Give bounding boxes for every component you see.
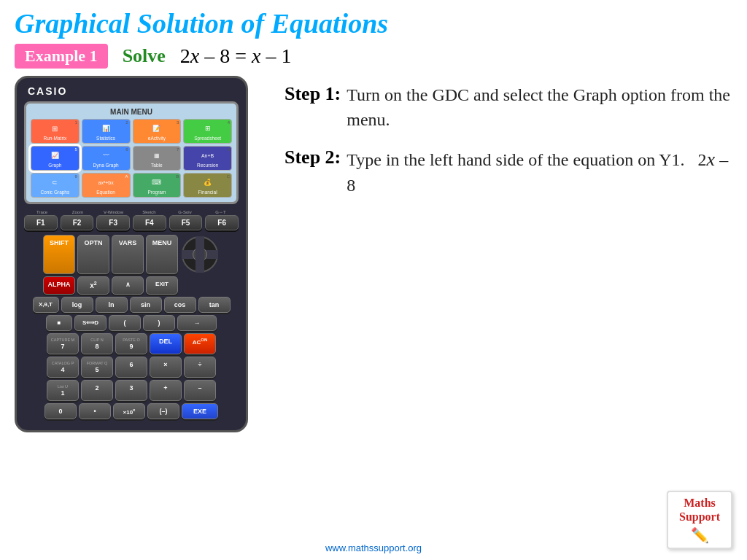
menu-conic[interactable]: 9 ⊂ Conic Graphs — [31, 173, 80, 198]
rparen-key[interactable]: ) — [143, 315, 175, 331]
optn-key[interactable]: OPTN — [77, 235, 109, 274]
menu-dynagraph[interactable]: 6 〰 Dyna Graph — [82, 146, 131, 171]
calc-screen: MAIN MENU 1 ⊞ Run-Matrix 2 📊 Statistics — [24, 101, 239, 204]
menu-grid: 1 ⊞ Run-Matrix 2 📊 Statistics 3 📝 — [31, 119, 232, 198]
menu-program[interactable]: B ⌨ Program — [133, 173, 182, 198]
equation: 2x – 8 = x – 1 — [180, 44, 292, 68]
shift-key[interactable]: SHIFT — [43, 235, 75, 274]
badge-text: Maths Support — [679, 496, 720, 524]
fkey-label-gt: G↔T — [203, 210, 239, 214]
minus-key[interactable]: – — [184, 380, 216, 401]
f6-key[interactable]: F6 — [205, 215, 239, 230]
alpha-key[interactable]: ALPHA — [43, 276, 75, 294]
fkey-label-zoom: Zoom — [60, 210, 96, 214]
del-key[interactable]: DEL — [150, 333, 182, 354]
dpad-center — [193, 247, 207, 262]
calculator-container: CASIO MAIN MENU 1 ⊞ Run-Matrix 2 📊 — [15, 76, 263, 432]
step-2-text: Type in the left hand side of the equati… — [347, 147, 732, 198]
dpad[interactable] — [182, 236, 218, 273]
menu-graph[interactable]: 5 📈 Graph — [31, 146, 80, 171]
f3-key[interactable]: F3 — [96, 215, 130, 230]
divide-key[interactable]: ÷ — [184, 357, 216, 378]
menu-key[interactable]: MENU — [146, 235, 178, 274]
sd-key[interactable]: S⟺D — [74, 315, 107, 331]
key-1[interactable]: List U1 — [47, 380, 79, 401]
step-1-label: Step 1: — [285, 83, 341, 105]
dpad-container — [180, 235, 220, 274]
menu-run-matrix[interactable]: 1 ⊞ Run-Matrix — [31, 119, 80, 144]
square-key[interactable]: ■ — [46, 315, 72, 331]
menu-spreadsheet[interactable]: 4 ⊞ Spreadsheet — [183, 119, 232, 144]
row-misc: ■ S⟺D ( ) → — [24, 315, 239, 331]
example-badge: Example 1 — [15, 44, 108, 69]
footer-url[interactable]: www.mathssupport.org — [325, 542, 422, 553]
fkey-label-sketch: Sketch — [131, 210, 167, 214]
exp-key[interactable]: ×10x — [113, 403, 145, 420]
ac-key[interactable]: ACON — [184, 333, 216, 354]
page-title: Graphical Solution of Equations — [15, 7, 732, 39]
plus-key[interactable]: + — [150, 380, 182, 401]
step-2: Step 2: Type in the left hand side of th… — [285, 147, 732, 198]
calc-brand: CASIO — [24, 85, 239, 97]
xthetat-key[interactable]: X,θ,T — [33, 297, 59, 313]
fkey-label-gsolv: G-Solv — [167, 210, 203, 214]
key-7[interactable]: CAPTURE M7 — [47, 333, 79, 354]
menu-eactivity[interactable]: 3 📝 eActivity — [133, 119, 182, 144]
tan-key[interactable]: tan — [198, 297, 231, 313]
page: Graphical Solution of Equations Example … — [0, 0, 747, 560]
f1-key[interactable]: F1 — [24, 215, 58, 230]
key-2[interactable]: 2 — [81, 380, 113, 401]
step-2-label: Step 2: — [285, 147, 341, 168]
key-3[interactable]: 3 — [115, 380, 147, 401]
key-6[interactable]: 6 — [115, 357, 147, 378]
footer: www.mathssupport.org — [0, 541, 747, 554]
content-area: CASIO MAIN MENU 1 ⊞ Run-Matrix 2 📊 — [15, 76, 732, 432]
menu-equation[interactable]: A ax²+bx Equation — [82, 173, 131, 198]
key-0[interactable]: 0 — [44, 403, 77, 420]
decimal-key[interactable]: • — [79, 403, 111, 420]
f2-key[interactable]: F2 — [61, 215, 94, 230]
solve-label: Solve — [123, 45, 166, 67]
fkey-label-vwindow: V-Window — [96, 210, 131, 214]
row-123: List U1 2 3 + – — [24, 380, 239, 401]
log-key[interactable]: log — [61, 297, 93, 313]
f5-key[interactable]: F5 — [169, 215, 203, 230]
steps-area: Step 1: Turn on the GDC and select the G… — [277, 76, 732, 432]
step-1: Step 1: Turn on the GDC and select the G… — [285, 83, 732, 132]
calculator: CASIO MAIN MENU 1 ⊞ Run-Matrix 2 📊 — [15, 76, 248, 432]
pencil-icon: ✏️ — [691, 526, 709, 544]
row-alpha: ALPHA x2 ∧ EXIT — [24, 276, 239, 294]
key-4[interactable]: CATALOG P4 — [47, 357, 79, 378]
sin-key[interactable]: sin — [130, 297, 162, 313]
row-0: 0 • ×10x (–) EXE — [24, 403, 239, 420]
header-row: Example 1 Solve 2x – 8 = x – 1 — [15, 44, 732, 69]
maths-badge: Maths Support ✏️ — [667, 491, 732, 549]
key-5[interactable]: FORMAT Q5 — [81, 357, 113, 378]
arrow-key[interactable]: → — [177, 315, 217, 331]
f4-key[interactable]: F4 — [133, 215, 166, 230]
menu-financial[interactable]: C 💰 Financial — [183, 173, 232, 198]
up-key[interactable]: ∧ — [112, 276, 144, 294]
row-shift-optn: SHIFT OPTN VARS MENU — [24, 235, 239, 274]
key-9[interactable]: PASTE O9 — [115, 333, 147, 354]
exit-key[interactable]: EXIT — [146, 276, 178, 294]
vars-key[interactable]: VARS — [112, 235, 144, 274]
fkeys-row: F1 F2 F3 F4 F5 F6 — [24, 215, 239, 230]
multiply-key[interactable]: × — [150, 357, 182, 378]
exe-key[interactable]: EXE — [182, 403, 218, 420]
screen-title: MAIN MENU — [31, 108, 232, 116]
x2-key[interactable]: x2 — [77, 276, 109, 294]
menu-table[interactable]: 7 ▦ Table — [133, 146, 182, 171]
row-789: CAPTURE M7 CLIP N8 PASTE O9 DEL ACON — [24, 333, 239, 354]
step-1-text: Turn on the GDC and select the Graph opt… — [347, 83, 732, 132]
fkey-labels-row: Trace Zoom V-Window Sketch G-Solv G↔T — [24, 210, 239, 214]
neg-key[interactable]: (–) — [147, 403, 179, 420]
key-8[interactable]: CLIP N8 — [81, 333, 113, 354]
menu-recursion[interactable]: 8 An+B Recursion — [183, 146, 232, 171]
ln-key[interactable]: ln — [96, 297, 128, 313]
cos-key[interactable]: cos — [164, 297, 196, 313]
menu-statistics[interactable]: 2 📊 Statistics — [82, 119, 131, 144]
lparen-key[interactable]: ( — [109, 315, 141, 331]
row-456: CATALOG P4 FORMAT Q5 6 × ÷ — [24, 357, 239, 378]
fkey-label-trace: Trace — [24, 210, 60, 214]
